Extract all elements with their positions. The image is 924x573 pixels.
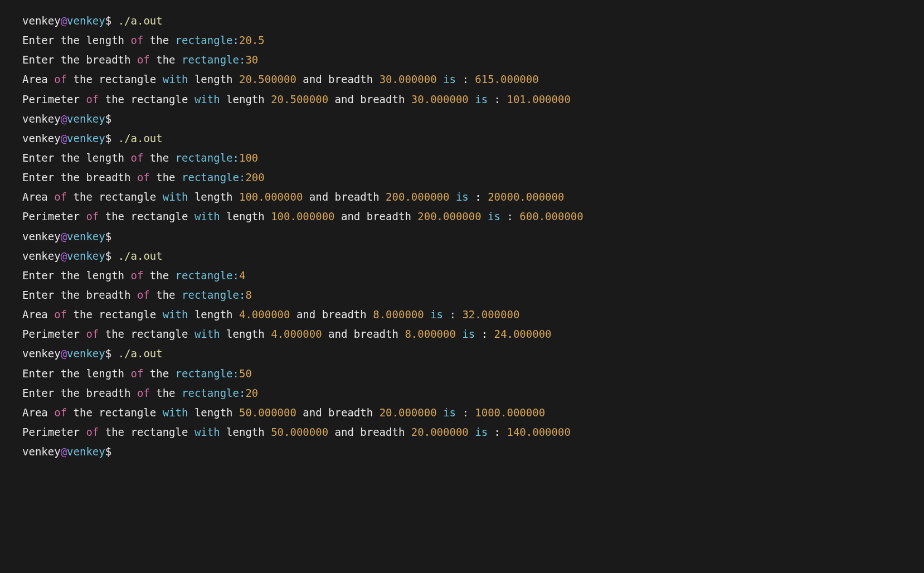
prompt-line-command: venkey@venkey$ ./a.out xyxy=(22,344,902,363)
prompt-at: @ xyxy=(61,445,67,458)
output-perimeter: Perimeter of the rectangle with length 5… xyxy=(22,423,902,442)
input-prompt-length: Enter the length of the rectangle:100 xyxy=(22,148,902,168)
rectangle-label: rectangle: xyxy=(182,387,245,399)
keyword-with: with xyxy=(163,406,188,419)
prompt-dollar: $ xyxy=(105,14,118,27)
prompt-at: @ xyxy=(61,250,67,262)
breadth-value: 8.000000 xyxy=(373,308,424,321)
rectangle-label: rectangle: xyxy=(176,269,239,281)
output-area: Area of the rectangle with length 50.000… xyxy=(22,403,902,423)
input-value: 100 xyxy=(239,152,258,164)
prompt-host: venkey xyxy=(67,250,105,262)
keyword-of: of xyxy=(54,191,67,203)
keyword-with: with xyxy=(194,328,220,340)
result-prefix: Perimeter xyxy=(22,328,86,340)
keyword-is: is xyxy=(462,328,475,340)
result-value: 615.000000 xyxy=(475,73,538,85)
result-prefix: Area xyxy=(22,406,54,419)
prompt-host: venkey xyxy=(67,14,105,27)
prompt-host: venkey xyxy=(67,347,105,360)
prompt-at: @ xyxy=(61,14,67,27)
length-value: 100.000000 xyxy=(239,191,303,203)
keyword-of: of xyxy=(137,387,150,399)
prompt-dollar: $ xyxy=(105,445,118,458)
breadth-value: 20.000000 xyxy=(380,406,437,419)
keyword-is: is xyxy=(475,93,488,105)
prompt-host: venkey xyxy=(67,445,105,458)
input-prompt-length: Enter the length of the rectangle:50 xyxy=(22,364,902,383)
keyword-of: of xyxy=(130,269,143,281)
output-area: Area of the rectangle with length 4.0000… xyxy=(22,305,902,324)
result-prefix: Perimeter xyxy=(22,426,86,438)
keyword-of: of xyxy=(86,328,99,340)
result-value: 101.000000 xyxy=(507,93,570,105)
keyword-of: of xyxy=(130,367,143,380)
length-value: 4.000000 xyxy=(239,308,290,321)
result-value: 1000.000000 xyxy=(475,406,545,419)
keyword-of: of xyxy=(137,171,150,183)
prompt-dollar: $ xyxy=(105,250,118,262)
keyword-of: of xyxy=(130,34,143,46)
result-prefix: Area xyxy=(22,73,54,85)
keyword-with: with xyxy=(163,191,188,203)
input-prefix: Enter the length xyxy=(22,367,130,380)
output-perimeter: Perimeter of the rectangle with length 2… xyxy=(22,90,902,109)
input-value: 20 xyxy=(245,387,258,399)
prompt-host: venkey xyxy=(67,113,105,125)
keyword-with: with xyxy=(194,210,220,222)
keyword-of: of xyxy=(137,54,150,66)
input-prefix: Enter the length xyxy=(22,34,130,46)
command-text: ./a.out xyxy=(118,250,163,262)
prompt-line-command: venkey@venkey$ ./a.out xyxy=(22,11,902,31)
breadth-value: 200.000000 xyxy=(386,191,449,203)
keyword-of: of xyxy=(86,93,99,105)
rectangle-label: rectangle: xyxy=(176,34,239,46)
rectangle-label: rectangle: xyxy=(176,152,239,164)
prompt-host: venkey xyxy=(67,230,105,242)
input-prompt-breadth: Enter the breadth of the rectangle:200 xyxy=(22,168,902,187)
input-value: 30 xyxy=(245,54,258,66)
input-value: 20.5 xyxy=(239,34,265,46)
keyword-is: is xyxy=(443,73,456,85)
keyword-is: is xyxy=(443,406,456,419)
prompt-at: @ xyxy=(61,132,67,144)
keyword-is: is xyxy=(475,426,488,438)
rectangle-label: rectangle: xyxy=(182,171,245,183)
rectangle-label: rectangle: xyxy=(176,367,239,380)
input-value: 50 xyxy=(239,367,252,380)
length-value: 20.500000 xyxy=(239,73,296,85)
keyword-of: of xyxy=(54,308,67,321)
result-prefix: Area xyxy=(22,191,54,203)
result-prefix: Perimeter xyxy=(22,93,86,105)
keyword-of: of xyxy=(86,210,99,222)
input-prefix: Enter the breadth xyxy=(22,387,137,399)
prompt-user: venkey xyxy=(22,250,61,262)
prompt-user: venkey xyxy=(22,347,61,360)
input-prompt-breadth: Enter the breadth of the rectangle:30 xyxy=(22,50,902,70)
input-value: 4 xyxy=(239,269,245,281)
keyword-is: is xyxy=(488,210,500,222)
output-perimeter: Perimeter of the rectangle with length 4… xyxy=(22,324,902,344)
breadth-value: 200.000000 xyxy=(417,210,481,222)
prompt-at: @ xyxy=(61,230,67,242)
keyword-with: with xyxy=(163,308,188,321)
prompt-line-empty: venkey@venkey$ xyxy=(22,227,902,246)
prompt-dollar: $ xyxy=(105,132,118,144)
prompt-at: @ xyxy=(61,113,67,125)
input-prefix: Enter the breadth xyxy=(22,171,137,183)
prompt-dollar: $ xyxy=(105,113,118,125)
input-prefix: Enter the breadth xyxy=(22,289,137,301)
keyword-of: of xyxy=(54,406,67,419)
output-area: Area of the rectangle with length 100.00… xyxy=(22,187,902,207)
result-value: 600.000000 xyxy=(519,210,583,222)
result-value: 24.000000 xyxy=(494,328,552,340)
prompt-dollar: $ xyxy=(105,230,118,242)
prompt-user: venkey xyxy=(22,230,61,242)
input-value: 200 xyxy=(245,171,264,183)
prompt-user: venkey xyxy=(22,14,61,27)
terminal-output[interactable]: venkey@venkey$ ./a.outEnter the length o… xyxy=(22,11,902,462)
prompt-user: venkey xyxy=(22,113,61,125)
input-value: 8 xyxy=(245,289,251,301)
breadth-value: 20.000000 xyxy=(411,426,469,438)
result-prefix: Area xyxy=(22,308,54,321)
